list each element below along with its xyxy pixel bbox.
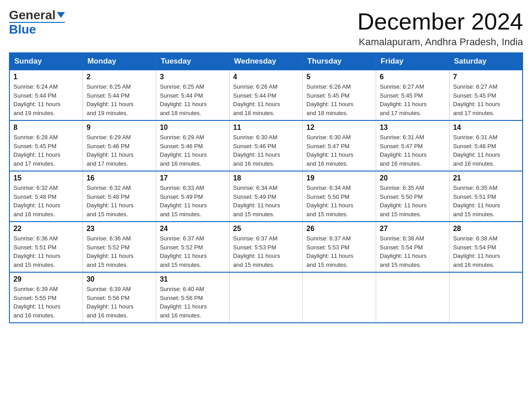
day-number: 3 xyxy=(160,73,226,81)
calendar-cell: 11Sunrise: 6:30 AMSunset: 5:46 PMDayligh… xyxy=(229,120,303,171)
col-tuesday: Tuesday xyxy=(156,53,229,70)
day-info: Sunrise: 6:25 AMSunset: 5:44 PMDaylight:… xyxy=(86,82,152,117)
day-info: Sunrise: 6:36 AMSunset: 5:52 PMDaylight:… xyxy=(86,234,152,269)
day-number: 10 xyxy=(160,124,226,132)
calendar-cell: 18Sunrise: 6:34 AMSunset: 5:49 PMDayligh… xyxy=(229,171,303,222)
calendar-cell: 8Sunrise: 6:28 AMSunset: 5:45 PMDaylight… xyxy=(9,120,83,171)
day-number: 29 xyxy=(13,275,79,283)
day-info: Sunrise: 6:38 AMSunset: 5:54 PMDaylight:… xyxy=(453,234,519,269)
day-number: 14 xyxy=(453,124,519,132)
day-info: Sunrise: 6:39 AMSunset: 5:55 PMDaylight:… xyxy=(13,285,79,320)
calendar-cell xyxy=(229,272,303,323)
day-number: 12 xyxy=(306,124,372,132)
day-info: Sunrise: 6:25 AMSunset: 5:44 PMDaylight:… xyxy=(160,82,226,117)
day-number: 31 xyxy=(160,275,226,283)
day-info: Sunrise: 6:27 AMSunset: 5:45 PMDaylight:… xyxy=(453,82,519,117)
calendar-cell: 9Sunrise: 6:29 AMSunset: 5:46 PMDaylight… xyxy=(83,120,156,171)
day-info: Sunrise: 6:27 AMSunset: 5:45 PMDaylight:… xyxy=(380,82,446,117)
day-info: Sunrise: 6:31 AMSunset: 5:48 PMDaylight:… xyxy=(453,133,519,168)
day-number: 18 xyxy=(233,174,299,182)
day-info: Sunrise: 6:39 AMSunset: 5:56 PMDaylight:… xyxy=(86,285,152,320)
calendar-cell: 6Sunrise: 6:27 AMSunset: 5:45 PMDaylight… xyxy=(376,70,450,120)
calendar-week-row: 22Sunrise: 6:36 AMSunset: 5:51 PMDayligh… xyxy=(9,222,523,272)
calendar-cell: 13Sunrise: 6:31 AMSunset: 5:47 PMDayligh… xyxy=(376,120,450,171)
calendar-cell: 5Sunrise: 6:26 AMSunset: 5:45 PMDaylight… xyxy=(303,70,376,120)
day-number: 23 xyxy=(86,225,152,233)
day-number: 30 xyxy=(86,275,152,283)
logo-blue-text: Blue xyxy=(9,22,65,36)
day-number: 8 xyxy=(13,124,79,132)
calendar-cell: 17Sunrise: 6:33 AMSunset: 5:49 PMDayligh… xyxy=(156,171,229,222)
day-number: 28 xyxy=(453,225,519,233)
calendar-cell: 29Sunrise: 6:39 AMSunset: 5:55 PMDayligh… xyxy=(9,272,83,323)
day-info: Sunrise: 6:29 AMSunset: 5:46 PMDaylight:… xyxy=(160,133,226,168)
calendar-cell: 3Sunrise: 6:25 AMSunset: 5:44 PMDaylight… xyxy=(156,70,229,120)
day-number: 25 xyxy=(233,225,299,233)
day-number: 21 xyxy=(453,174,519,182)
day-info: Sunrise: 6:28 AMSunset: 5:45 PMDaylight:… xyxy=(13,133,79,168)
day-info: Sunrise: 6:37 AMSunset: 5:53 PMDaylight:… xyxy=(233,234,299,269)
calendar-cell: 27Sunrise: 6:38 AMSunset: 5:54 PMDayligh… xyxy=(376,222,450,272)
day-info: Sunrise: 6:35 AMSunset: 5:50 PMDaylight:… xyxy=(380,184,446,218)
day-number: 11 xyxy=(233,124,299,132)
day-number: 22 xyxy=(13,225,79,233)
calendar-week-row: 8Sunrise: 6:28 AMSunset: 5:45 PMDaylight… xyxy=(9,120,523,171)
day-info: Sunrise: 6:38 AMSunset: 5:54 PMDaylight:… xyxy=(380,234,446,269)
col-sunday: Sunday xyxy=(9,53,83,70)
calendar-cell xyxy=(449,272,523,323)
calendar-cell: 26Sunrise: 6:37 AMSunset: 5:53 PMDayligh… xyxy=(303,222,376,272)
calendar-cell: 15Sunrise: 6:32 AMSunset: 5:48 PMDayligh… xyxy=(9,171,83,222)
col-friday: Friday xyxy=(376,53,450,70)
day-info: Sunrise: 6:35 AMSunset: 5:51 PMDaylight:… xyxy=(453,184,519,218)
day-info: Sunrise: 6:26 AMSunset: 5:45 PMDaylight:… xyxy=(306,82,372,117)
calendar-cell: 10Sunrise: 6:29 AMSunset: 5:46 PMDayligh… xyxy=(156,120,229,171)
calendar-cell: 2Sunrise: 6:25 AMSunset: 5:44 PMDaylight… xyxy=(83,70,156,120)
day-info: Sunrise: 6:37 AMSunset: 5:53 PMDaylight:… xyxy=(306,234,372,269)
calendar-cell: 14Sunrise: 6:31 AMSunset: 5:48 PMDayligh… xyxy=(449,120,523,171)
col-thursday: Thursday xyxy=(303,53,376,70)
calendar-header-row: Sunday Monday Tuesday Wednesday Thursday… xyxy=(9,53,523,70)
day-info: Sunrise: 6:32 AMSunset: 5:48 PMDaylight:… xyxy=(13,184,79,218)
page-subtitle: Kamalapuram, Andhra Pradesh, India xyxy=(357,36,523,48)
day-info: Sunrise: 6:32 AMSunset: 5:48 PMDaylight:… xyxy=(86,184,152,218)
day-info: Sunrise: 6:29 AMSunset: 5:46 PMDaylight:… xyxy=(86,133,152,168)
calendar-cell: 7Sunrise: 6:27 AMSunset: 5:45 PMDaylight… xyxy=(449,70,523,120)
day-info: Sunrise: 6:30 AMSunset: 5:46 PMDaylight:… xyxy=(233,133,299,168)
col-monday: Monday xyxy=(83,53,156,70)
day-number: 1 xyxy=(13,73,79,81)
day-number: 4 xyxy=(233,73,299,81)
calendar-cell: 25Sunrise: 6:37 AMSunset: 5:53 PMDayligh… xyxy=(229,222,303,272)
col-wednesday: Wednesday xyxy=(229,53,303,70)
calendar-cell xyxy=(303,272,376,323)
day-number: 26 xyxy=(306,225,372,233)
calendar-week-row: 29Sunrise: 6:39 AMSunset: 5:55 PMDayligh… xyxy=(9,272,523,323)
calendar-cell: 21Sunrise: 6:35 AMSunset: 5:51 PMDayligh… xyxy=(449,171,523,222)
day-info: Sunrise: 6:34 AMSunset: 5:49 PMDaylight:… xyxy=(233,184,299,218)
day-number: 15 xyxy=(13,174,79,182)
title-block: December 2024 Kamalapuram, Andhra Prades… xyxy=(357,9,523,48)
calendar-cell: 22Sunrise: 6:36 AMSunset: 5:51 PMDayligh… xyxy=(9,222,83,272)
day-info: Sunrise: 6:30 AMSunset: 5:47 PMDaylight:… xyxy=(306,133,372,168)
calendar-cell: 30Sunrise: 6:39 AMSunset: 5:56 PMDayligh… xyxy=(83,272,156,323)
calendar-cell: 20Sunrise: 6:35 AMSunset: 5:50 PMDayligh… xyxy=(376,171,450,222)
calendar-cell: 16Sunrise: 6:32 AMSunset: 5:48 PMDayligh… xyxy=(83,171,156,222)
day-info: Sunrise: 6:24 AMSunset: 5:44 PMDaylight:… xyxy=(13,82,79,117)
page-header: General Blue December 2024 Kamalapuram, … xyxy=(9,9,523,48)
day-number: 2 xyxy=(86,73,152,81)
day-number: 19 xyxy=(306,174,372,182)
day-number: 20 xyxy=(380,174,446,182)
day-number: 17 xyxy=(160,174,226,182)
logo-general-text: General xyxy=(9,8,56,22)
calendar-cell: 24Sunrise: 6:37 AMSunset: 5:52 PMDayligh… xyxy=(156,222,229,272)
day-info: Sunrise: 6:34 AMSunset: 5:50 PMDaylight:… xyxy=(306,184,372,218)
calendar-cell xyxy=(376,272,450,323)
day-number: 7 xyxy=(453,73,519,81)
calendar-week-row: 1Sunrise: 6:24 AMSunset: 5:44 PMDaylight… xyxy=(9,70,523,120)
calendar-cell: 19Sunrise: 6:34 AMSunset: 5:50 PMDayligh… xyxy=(303,171,376,222)
day-info: Sunrise: 6:37 AMSunset: 5:52 PMDaylight:… xyxy=(160,234,226,269)
day-number: 9 xyxy=(86,124,152,132)
day-number: 13 xyxy=(380,124,446,132)
day-info: Sunrise: 6:26 AMSunset: 5:44 PMDaylight:… xyxy=(233,82,299,117)
page-title: December 2024 xyxy=(357,9,523,34)
day-number: 24 xyxy=(160,225,226,233)
